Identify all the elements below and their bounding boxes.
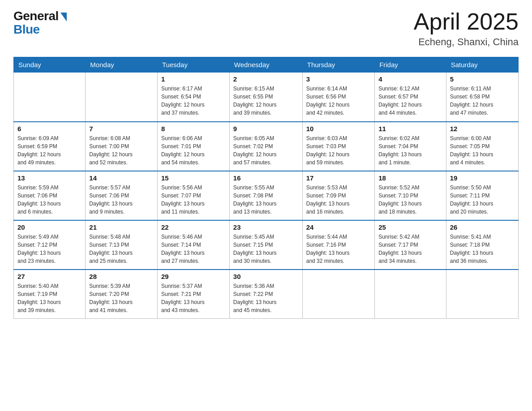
calendar-cell: 25Sunrise: 5:42 AMSunset: 7:17 PMDayligh… [375, 220, 446, 270]
day-info: Sunrise: 5:52 AMSunset: 7:10 PMDaylight:… [378, 184, 442, 216]
calendar-cell [375, 270, 446, 319]
location: Echeng, Shanxi, China [414, 36, 519, 48]
weekday-header-thursday: Thursday [302, 57, 374, 73]
day-number: 28 [89, 273, 154, 280]
calendar-cell: 21Sunrise: 5:48 AMSunset: 7:13 PMDayligh… [86, 220, 158, 270]
calendar-cell [446, 270, 518, 319]
day-number: 17 [306, 174, 371, 182]
day-number: 20 [17, 223, 82, 231]
day-number: 24 [306, 223, 371, 231]
calendar-cell: 7Sunrise: 6:08 AMSunset: 7:00 PMDaylight… [86, 122, 158, 171]
calendar-cell: 3Sunrise: 6:14 AMSunset: 6:56 PMDaylight… [302, 73, 374, 122]
day-number: 10 [306, 125, 371, 133]
calendar-cell: 11Sunrise: 6:02 AMSunset: 7:04 PMDayligh… [375, 122, 446, 171]
day-number: 2 [233, 75, 299, 83]
day-number: 6 [17, 125, 82, 133]
calendar-cell: 16Sunrise: 5:55 AMSunset: 7:08 PMDayligh… [229, 171, 302, 220]
title-section: April 2025 Echeng, Shanxi, China [414, 9, 519, 48]
calendar-cell [14, 73, 86, 122]
day-info: Sunrise: 6:08 AMSunset: 7:00 PMDaylight:… [89, 134, 154, 167]
day-number: 22 [161, 223, 226, 231]
calendar-cell: 23Sunrise: 5:45 AMSunset: 7:15 PMDayligh… [229, 220, 302, 270]
day-number: 13 [17, 174, 82, 182]
calendar-cell: 6Sunrise: 6:09 AMSunset: 6:59 PMDaylight… [14, 122, 86, 171]
day-info: Sunrise: 5:40 AMSunset: 7:19 PMDaylight:… [17, 282, 82, 314]
calendar-week-row: 20Sunrise: 5:49 AMSunset: 7:12 PMDayligh… [14, 220, 519, 270]
calendar-cell: 24Sunrise: 5:44 AMSunset: 7:16 PMDayligh… [302, 220, 374, 270]
day-number: 27 [17, 273, 82, 280]
calendar-cell: 27Sunrise: 5:40 AMSunset: 7:19 PMDayligh… [14, 270, 86, 319]
day-info: Sunrise: 5:39 AMSunset: 7:20 PMDaylight:… [89, 282, 154, 314]
day-info: Sunrise: 5:37 AMSunset: 7:21 PMDaylight:… [161, 282, 226, 314]
day-info: Sunrise: 6:06 AMSunset: 7:01 PMDaylight:… [161, 134, 226, 167]
weekday-header-row: SundayMondayTuesdayWednesdayThursdayFrid… [14, 57, 519, 73]
day-info: Sunrise: 5:59 AMSunset: 7:06 PMDaylight:… [17, 184, 82, 216]
day-info: Sunrise: 5:49 AMSunset: 7:12 PMDaylight:… [17, 233, 82, 265]
calendar-week-row: 13Sunrise: 5:59 AMSunset: 7:06 PMDayligh… [14, 171, 519, 220]
logo-blue-text: Blue [13, 22, 40, 37]
day-number: 15 [161, 174, 226, 182]
day-info: Sunrise: 5:53 AMSunset: 7:09 PMDaylight:… [306, 184, 371, 216]
day-info: Sunrise: 6:15 AMSunset: 6:55 PMDaylight:… [233, 85, 299, 117]
day-number: 7 [89, 125, 154, 133]
day-info: Sunrise: 5:55 AMSunset: 7:08 PMDaylight:… [233, 184, 299, 216]
calendar-table: SundayMondayTuesdayWednesdayThursdayFrid… [13, 57, 519, 319]
calendar-cell: 19Sunrise: 5:50 AMSunset: 7:11 PMDayligh… [446, 171, 518, 220]
day-info: Sunrise: 5:56 AMSunset: 7:07 PMDaylight:… [161, 184, 226, 216]
calendar-cell: 12Sunrise: 6:00 AMSunset: 7:05 PMDayligh… [446, 122, 518, 171]
day-number: 9 [233, 125, 299, 133]
calendar-cell: 5Sunrise: 6:11 AMSunset: 6:58 PMDaylight… [446, 73, 518, 122]
day-number: 3 [306, 75, 371, 83]
day-number: 19 [450, 174, 515, 182]
day-info: Sunrise: 5:50 AMSunset: 7:11 PMDaylight:… [450, 184, 515, 216]
weekday-header-sunday: Sunday [14, 57, 86, 73]
logo-triangle-icon [60, 13, 67, 21]
calendar-cell: 4Sunrise: 6:12 AMSunset: 6:57 PMDaylight… [375, 73, 446, 122]
day-info: Sunrise: 6:02 AMSunset: 7:04 PMDaylight:… [378, 134, 442, 167]
weekday-header-friday: Friday [375, 57, 446, 73]
weekday-header-saturday: Saturday [446, 57, 518, 73]
day-info: Sunrise: 5:45 AMSunset: 7:15 PMDaylight:… [233, 233, 299, 265]
day-info: Sunrise: 6:09 AMSunset: 6:59 PMDaylight:… [17, 134, 82, 167]
calendar-cell: 28Sunrise: 5:39 AMSunset: 7:20 PMDayligh… [86, 270, 158, 319]
logo: General Blue [13, 9, 67, 37]
day-number: 26 [450, 223, 515, 231]
day-number: 30 [233, 273, 299, 280]
day-number: 1 [161, 75, 226, 83]
weekday-header-wednesday: Wednesday [229, 57, 302, 73]
calendar-cell: 22Sunrise: 5:46 AMSunset: 7:14 PMDayligh… [157, 220, 229, 270]
day-info: Sunrise: 6:11 AMSunset: 6:58 PMDaylight:… [450, 85, 515, 117]
day-number: 29 [161, 273, 226, 280]
calendar-cell: 13Sunrise: 5:59 AMSunset: 7:06 PMDayligh… [14, 171, 86, 220]
weekday-header-monday: Monday [86, 57, 158, 73]
calendar-cell [302, 270, 374, 319]
day-number: 8 [161, 125, 226, 133]
day-number: 25 [378, 223, 442, 231]
day-number: 14 [89, 174, 154, 182]
day-info: Sunrise: 5:36 AMSunset: 7:22 PMDaylight:… [233, 282, 299, 314]
day-info: Sunrise: 5:57 AMSunset: 7:06 PMDaylight:… [89, 184, 154, 216]
day-number: 4 [378, 75, 442, 83]
day-info: Sunrise: 6:14 AMSunset: 6:56 PMDaylight:… [306, 85, 371, 117]
day-number: 11 [378, 125, 442, 133]
calendar-cell: 10Sunrise: 6:03 AMSunset: 7:03 PMDayligh… [302, 122, 374, 171]
day-info: Sunrise: 6:05 AMSunset: 7:02 PMDaylight:… [233, 134, 299, 167]
logo-general-text: General [13, 9, 59, 23]
calendar-cell: 26Sunrise: 5:41 AMSunset: 7:18 PMDayligh… [446, 220, 518, 270]
month-title: April 2025 [414, 9, 519, 34]
page-header: General Blue April 2025 Echeng, Shanxi, … [13, 9, 519, 48]
calendar-week-row: 27Sunrise: 5:40 AMSunset: 7:19 PMDayligh… [14, 270, 519, 319]
calendar-cell: 15Sunrise: 5:56 AMSunset: 7:07 PMDayligh… [157, 171, 229, 220]
calendar-cell [86, 73, 158, 122]
weekday-header-tuesday: Tuesday [157, 57, 229, 73]
day-info: Sunrise: 5:48 AMSunset: 7:13 PMDaylight:… [89, 233, 154, 265]
day-number: 5 [450, 75, 515, 83]
day-info: Sunrise: 6:17 AMSunset: 6:54 PMDaylight:… [161, 85, 226, 117]
calendar-cell: 20Sunrise: 5:49 AMSunset: 7:12 PMDayligh… [14, 220, 86, 270]
calendar-week-row: 1Sunrise: 6:17 AMSunset: 6:54 PMDaylight… [14, 73, 519, 122]
day-info: Sunrise: 5:46 AMSunset: 7:14 PMDaylight:… [161, 233, 226, 265]
calendar-cell: 8Sunrise: 6:06 AMSunset: 7:01 PMDaylight… [157, 122, 229, 171]
calendar-week-row: 6Sunrise: 6:09 AMSunset: 6:59 PMDaylight… [14, 122, 519, 171]
day-info: Sunrise: 6:12 AMSunset: 6:57 PMDaylight:… [378, 85, 442, 117]
day-number: 21 [89, 223, 154, 231]
